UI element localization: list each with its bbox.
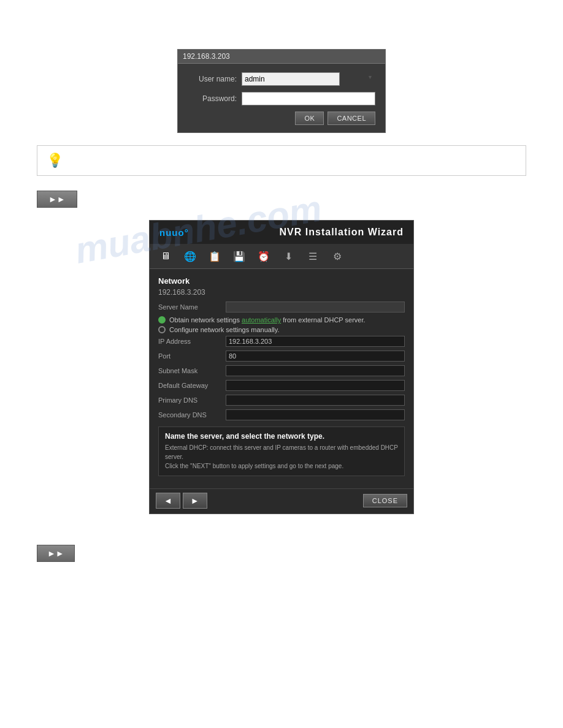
port-input[interactable] xyxy=(226,351,405,362)
ip-address-input[interactable] xyxy=(226,336,405,347)
next-btn-bottom-wrapper: ►► xyxy=(0,526,563,574)
primary-dns-label: Primary DNS xyxy=(158,396,226,404)
cancel-button[interactable]: CANCEL xyxy=(327,112,375,125)
subnet-mask-label: Subnet Mask xyxy=(158,367,226,374)
wizard-next-button[interactable]: ► xyxy=(183,493,207,509)
secondary-dns-input[interactable] xyxy=(226,409,405,420)
wizard-title: NVR Installation Wizard xyxy=(280,227,404,238)
login-dialog-title: 192.168.3.203 xyxy=(178,50,385,64)
brand-text: nuuo° xyxy=(159,227,189,238)
wizard-header: nuuo° NVR Installation Wizard xyxy=(150,221,413,244)
tab-network[interactable]: 🌐 xyxy=(180,248,200,265)
wizard-brand: nuuo° xyxy=(159,227,189,238)
tip-icon: 💡 xyxy=(44,150,66,172)
radio-manual-label: Configure network settings manually. xyxy=(169,326,280,333)
tab-settings[interactable]: ⚙ xyxy=(327,248,347,265)
server-name-row: Server Name xyxy=(158,301,405,313)
secondary-dns-row: Secondary DNS xyxy=(158,409,405,420)
secondary-dns-label: Secondary DNS xyxy=(158,411,226,419)
wizard-close-button[interactable]: CLOSE xyxy=(363,494,407,507)
wizard-ip: 192.168.3.203 xyxy=(158,288,405,297)
next-button-top[interactable]: ►► xyxy=(37,191,77,208)
tab-summary[interactable]: ☰ xyxy=(303,248,323,265)
tab-download[interactable]: ⬇ xyxy=(278,248,298,265)
next-button-bottom[interactable]: ►► xyxy=(37,545,75,562)
login-dialog: 192.168.3.203 User name: Password: OK CA… xyxy=(177,49,386,133)
server-name-input[interactable] xyxy=(226,301,405,313)
radio-auto[interactable] xyxy=(158,316,166,324)
wizard-back-button[interactable]: ◄ xyxy=(156,493,180,509)
password-label: Password: xyxy=(188,94,237,103)
wizard-info-line2: Click the "NEXT" button to apply setting… xyxy=(165,461,398,471)
radio-auto-label: Obtain network settings automatically fr… xyxy=(169,316,366,324)
ok-button[interactable]: OK xyxy=(295,112,324,125)
ip-address-label: IP Address xyxy=(158,338,226,345)
ip-address-row: IP Address xyxy=(158,336,405,347)
login-dialog-body: User name: Password: OK CANCEL xyxy=(178,64,385,132)
primary-dns-input[interactable] xyxy=(226,395,405,406)
password-input[interactable] xyxy=(242,92,375,105)
default-gateway-input[interactable] xyxy=(226,380,405,391)
tab-storage[interactable]: 💾 xyxy=(229,248,249,265)
wizard-dialog: nuuo° NVR Installation Wizard 🖥 🌐 📋 💾 ⏰ … xyxy=(149,220,414,514)
tab-license[interactable]: 📋 xyxy=(205,248,224,265)
login-dialog-wrapper: 192.168.3.203 User name: Password: OK CA… xyxy=(0,0,563,133)
wizard-tabs: 🖥 🌐 📋 💾 ⏰ ⬇ ☰ ⚙ xyxy=(150,244,413,269)
wizard-section-title: Network xyxy=(158,276,405,286)
username-label: User name: xyxy=(188,75,237,83)
wizard-info-title: Name the server, and select the network … xyxy=(165,432,398,441)
tip-box-wrapper: 💡 xyxy=(0,133,563,182)
default-gateway-row: Default Gateway xyxy=(158,380,405,391)
default-gateway-label: Default Gateway xyxy=(158,382,226,389)
tip-box: 💡 xyxy=(37,145,526,176)
next-btn-top-wrapper: ►► xyxy=(0,182,563,214)
next-arrow-top: ►► xyxy=(48,194,66,204)
radio-manual-row: Configure network settings manually. xyxy=(158,326,405,333)
primary-dns-row: Primary DNS xyxy=(158,395,405,406)
radio-auto-row: Obtain network settings automatically fr… xyxy=(158,316,405,324)
tab-device[interactable]: 🖥 xyxy=(156,248,175,265)
port-row: Port xyxy=(158,351,405,362)
wizard-body: Network 192.168.3.203 Server Name Obtain… xyxy=(150,269,413,488)
password-row: Password: xyxy=(188,92,375,105)
username-select-wrapper[interactable] xyxy=(242,72,375,86)
wizard-footer: ◄ ► CLOSE xyxy=(150,488,413,514)
subnet-mask-row: Subnet Mask xyxy=(158,365,405,376)
wizard-wrapper: nuuo° NVR Installation Wizard 🖥 🌐 📋 💾 ⏰ … xyxy=(0,214,563,526)
radio-manual[interactable] xyxy=(158,326,166,333)
server-name-label: Server Name xyxy=(158,303,226,311)
subnet-mask-input[interactable] xyxy=(226,365,405,376)
wizard-nav-buttons: ◄ ► xyxy=(156,493,207,509)
port-label: Port xyxy=(158,352,226,360)
username-input[interactable] xyxy=(242,72,340,86)
tab-time[interactable]: ⏰ xyxy=(254,248,274,265)
next-arrow-bottom: ►► xyxy=(47,548,64,558)
wizard-info-box: Name the server, and select the network … xyxy=(158,427,405,476)
wizard-info-line1: External DHCP: connect this server and I… xyxy=(165,443,398,461)
login-buttons: OK CANCEL xyxy=(188,112,375,125)
username-row: User name: xyxy=(188,72,375,86)
